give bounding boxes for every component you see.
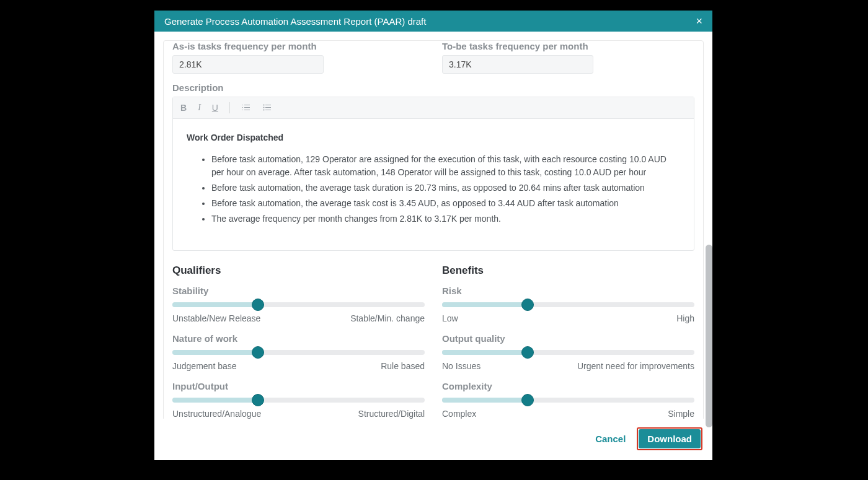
- benefits-section: Benefits Risk Low High Output q: [442, 264, 694, 419]
- slider-thumb[interactable]: [521, 394, 534, 406]
- io-left-label: Unstructured/Analogue: [172, 409, 261, 419]
- asis-input[interactable]: [172, 55, 324, 74]
- stability-left-label: Unstable/New Release: [172, 313, 260, 323]
- complexity-label: Complexity: [442, 381, 694, 391]
- sliders-row: Qualifiers Stability Unstable/New Releas…: [172, 264, 694, 419]
- list-item: Before task automation, the average task…: [211, 181, 680, 194]
- io-slider-block: Input/Output Unstructured/Analogue Struc…: [172, 381, 425, 419]
- paar-modal: Generate Process Automation Assessment R…: [154, 11, 712, 460]
- stability-slider[interactable]: [172, 302, 425, 307]
- slider-thumb[interactable]: [521, 346, 534, 359]
- stability-right-label: Stable/Min. change: [350, 313, 425, 323]
- stability-label: Stability: [172, 286, 425, 296]
- cancel-button[interactable]: Cancel: [595, 434, 626, 444]
- svg-point-0: [263, 105, 264, 106]
- complexity-slider-block: Complexity Complex Simple: [442, 381, 694, 419]
- nature-slider[interactable]: [172, 350, 425, 355]
- output-label: Output quality: [442, 333, 694, 344]
- download-highlight: Download: [637, 427, 702, 450]
- complexity-left-label: Complex: [442, 409, 476, 419]
- editor-toolbar: B I U: [173, 97, 694, 119]
- nature-right-label: Rule based: [381, 361, 425, 371]
- italic-icon[interactable]: I: [198, 103, 201, 113]
- risk-slider[interactable]: [442, 302, 694, 307]
- slider-thumb[interactable]: [252, 299, 264, 311]
- description-heading: Work Order Dispatched: [187, 133, 283, 142]
- slider-thumb[interactable]: [252, 346, 264, 359]
- underline-icon[interactable]: U: [212, 103, 218, 113]
- list-item: The average frequency per month changes …: [211, 212, 680, 225]
- description-bullets: Before task automation, 129 Operator are…: [187, 153, 680, 225]
- modal-footer: Cancel Download: [154, 419, 712, 460]
- editor-body[interactable]: Work Order Dispatched Before task automa…: [173, 119, 694, 250]
- ordered-list-icon[interactable]: [241, 103, 251, 113]
- nature-left-label: Judgement base: [172, 361, 237, 371]
- list-item: Before task automation, the average task…: [211, 197, 680, 210]
- nature-label: Nature of work: [172, 333, 425, 344]
- description-editor: B I U Work Order Dispa: [172, 97, 694, 251]
- frequency-row: As-is tasks frequency per month To-be ta…: [172, 41, 694, 74]
- complexity-slider[interactable]: [442, 398, 694, 403]
- bold-icon[interactable]: B: [180, 103, 187, 113]
- output-left-label: No Issues: [442, 361, 480, 371]
- tobe-label: To-be tasks frequency per month: [442, 41, 694, 51]
- modal-body[interactable]: As-is tasks frequency per month To-be ta…: [154, 32, 712, 419]
- nature-slider-block: Nature of work Judgement base Rule based: [172, 333, 425, 371]
- stability-slider-block: Stability Unstable/New Release Stable/Mi…: [172, 286, 425, 323]
- download-button[interactable]: Download: [639, 429, 701, 448]
- asis-label: As-is tasks frequency per month: [172, 41, 425, 51]
- risk-right-label: High: [676, 313, 694, 323]
- risk-slider-block: Risk Low High: [442, 286, 694, 323]
- svg-point-2: [263, 110, 264, 111]
- benefits-title: Benefits: [442, 264, 694, 277]
- output-right-label: Urgent need for improvements: [577, 361, 694, 371]
- qualifiers-title: Qualifiers: [172, 264, 425, 277]
- tobe-input[interactable]: [442, 55, 593, 74]
- modal-title: Generate Process Automation Assessment R…: [164, 16, 426, 27]
- risk-left-label: Low: [442, 313, 458, 323]
- close-icon[interactable]: ×: [696, 15, 702, 27]
- output-slider[interactable]: [442, 350, 694, 355]
- scrollbar-thumb[interactable]: [706, 245, 712, 427]
- toolbar-separator: [229, 102, 230, 113]
- risk-label: Risk: [442, 286, 694, 296]
- complexity-right-label: Simple: [668, 409, 694, 419]
- io-slider[interactable]: [172, 398, 425, 403]
- output-slider-block: Output quality No Issues Urgent need for…: [442, 333, 694, 371]
- io-label: Input/Output: [172, 381, 425, 391]
- list-item: Before task automation, 129 Operator are…: [211, 153, 680, 179]
- unordered-list-icon[interactable]: [262, 103, 272, 113]
- modal-header: Generate Process Automation Assessment R…: [154, 11, 712, 32]
- io-right-label: Structured/Digital: [358, 409, 425, 419]
- slider-thumb[interactable]: [521, 299, 534, 311]
- svg-point-1: [263, 107, 264, 108]
- slider-thumb[interactable]: [252, 394, 264, 406]
- content-card: As-is tasks frequency per month To-be ta…: [163, 40, 704, 419]
- description-label: Description: [172, 82, 694, 93]
- qualifiers-section: Qualifiers Stability Unstable/New Releas…: [172, 264, 425, 419]
